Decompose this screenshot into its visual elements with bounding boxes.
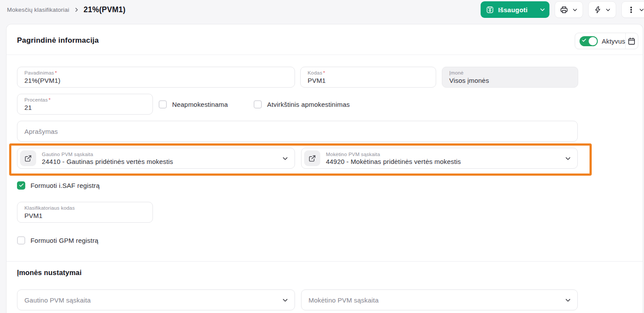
required-mark: * (55, 70, 57, 75)
imone-field: Įmonė Visos įmonės (442, 67, 578, 88)
isaf-checkbox[interactable]: Formuoti i.SAF registrą (17, 180, 100, 191)
atvirkstinis-checkbox[interactable]: Atvirkštinis apmokestinimas (254, 99, 350, 109)
moketino-pvm-select[interactable]: Mokėtino PVM sąskaita 44920 - Mokėtinas … (301, 148, 578, 169)
field-value: 21 (24, 104, 146, 111)
header-divider (7, 54, 643, 55)
active-toggle[interactable] (580, 36, 598, 46)
checkbox-box[interactable] (159, 100, 167, 109)
save-dropdown-button[interactable] (534, 7, 551, 13)
chevron-down-icon (282, 297, 288, 303)
toggle-knob (589, 37, 597, 45)
required-mark: * (323, 70, 325, 75)
chevron-down-icon (639, 7, 644, 13)
lightning-bolt-icon (594, 6, 601, 14)
select-placeholder: Mokėtino PVM sąskaita (308, 296, 379, 304)
breadcrumb-parent-link[interactable]: Mokesčių klasifikatoriai (7, 7, 69, 13)
chevron-down-icon (539, 7, 546, 13)
quick-actions-button[interactable] (588, 1, 616, 18)
select-value: 24410 - Gautinas pridėtinės vertės mokes… (42, 158, 173, 165)
field-label: Pavadinimas* (24, 70, 288, 76)
field-label: Procentas* (24, 97, 146, 103)
section-divider (7, 261, 643, 262)
external-link-icon (308, 155, 316, 162)
save-button[interactable]: Išsaugoti (481, 1, 549, 18)
chevron-down-icon (565, 297, 571, 303)
calendar-button[interactable] (626, 33, 638, 49)
klasifikatoriaus-kodas-field[interactable]: Klasifikatoriaus kodas PVM1 (17, 202, 153, 223)
print-button[interactable] (555, 1, 583, 18)
kebab-menu-icon (627, 6, 635, 14)
kodas-field[interactable]: Kodas* PVM1 (300, 67, 436, 88)
save-button-label: Išsaugoti (498, 6, 528, 14)
external-link-icon (24, 155, 32, 162)
checkbox-label: Formuoti GPM registrą (31, 237, 98, 244)
field-placeholder: Aprašymas (24, 128, 58, 135)
checkbox-label: Atvirkštinis apmokestinimas (267, 101, 350, 108)
company-moketino-pvm-select[interactable]: Mokėtino PVM sąskaita (301, 289, 578, 310)
checkbox-label: Formuoti i.SAF registrą (31, 182, 100, 189)
select-value: 44920 - Mokėtinas pridėtinės vertės moke… (326, 158, 461, 165)
chevron-down-icon (605, 7, 611, 13)
toolbar: Išsaugoti (481, 1, 644, 18)
page-title: 21%(PVM1) (84, 5, 125, 14)
chevron-down-icon (572, 7, 578, 13)
neapmokestinama-checkbox[interactable]: Neapmokestinama (159, 99, 228, 109)
section-title-main: Pagrindinė informacija (17, 36, 99, 45)
breadcrumb: Mokesčių klasifikatoriai 21%(PVM1) (7, 3, 125, 16)
checkbox-box[interactable] (17, 236, 25, 245)
pavadinimas-field[interactable]: Pavadinimas* 21%(PVM1) (17, 67, 295, 88)
printer-icon (560, 6, 568, 14)
section-title-company: Įmonės nustatymai (17, 269, 81, 277)
field-value: PVM1 (308, 77, 429, 84)
gpm-checkbox[interactable]: Formuoti GPM registrą (17, 235, 98, 245)
calendar-icon (627, 37, 636, 45)
check-icon (19, 183, 24, 188)
save-icon (486, 6, 494, 14)
field-value: PVM1 (24, 212, 146, 219)
chevron-right-icon (74, 7, 79, 13)
chevron-down-icon (565, 155, 571, 162)
gautino-pvm-select[interactable]: Gautino PVM sąskaita 24410 - Gautinas pr… (17, 148, 295, 169)
field-value: Visos įmonės (449, 77, 571, 84)
open-account-button[interactable] (304, 150, 320, 166)
open-account-button[interactable] (20, 150, 36, 166)
field-label: Kodas* (308, 70, 429, 76)
checkbox-box[interactable] (254, 100, 262, 109)
aprasymas-field[interactable]: Aprašymas (17, 121, 578, 142)
more-options-button[interactable] (621, 1, 644, 18)
main-card: Pagrindinė informacija Aktyvus (6, 24, 643, 313)
status-label: Aktyvus (602, 37, 625, 45)
check-icon (582, 38, 586, 43)
company-gautino-pvm-select[interactable]: Gautino PVM sąskaita (17, 289, 295, 310)
checkbox-box[interactable] (17, 181, 25, 190)
field-value: 21%(PVM1) (24, 77, 288, 84)
page: Mokesčių klasifikatoriai 21%(PVM1) Išsau… (0, 0, 644, 313)
select-label: Mokėtino PVM sąskaita (326, 152, 461, 157)
field-label: Klasifikatoriaus kodas (24, 205, 146, 211)
status-control: Aktyvus (575, 33, 638, 49)
checkbox-label: Neapmokestinama (172, 101, 228, 108)
select-label: Gautino PVM sąskaita (42, 152, 173, 157)
procentas-field[interactable]: Procentas* 21 (17, 94, 153, 115)
select-placeholder: Gautino PVM sąskaita (24, 296, 91, 304)
required-mark: * (49, 97, 51, 102)
chevron-down-icon (282, 155, 288, 162)
field-label: Įmonė (449, 70, 571, 76)
